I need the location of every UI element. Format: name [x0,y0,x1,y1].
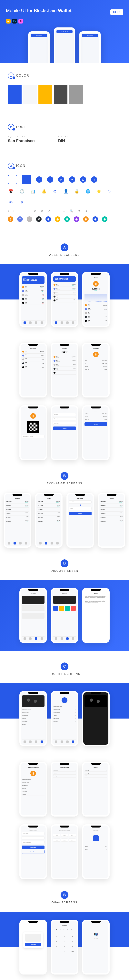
menu-item[interactable]: Address Book› [22,714,45,717]
asset-row[interactable]: XRP Ripple 0.45 +2.1% [53,294,76,299]
setting-item[interactable]: Currency› [84,772,107,775]
menu-item[interactable]: Wallet Management› [53,705,76,708]
swap-from-input[interactable]: From BTC [69,500,92,504]
asset-row[interactable]: EOS EOS 3.21 -1.2% [53,299,76,302]
asset-row[interactable]: XRP Ripple 0.45 [53,367,76,371]
keypad-key[interactable]: 5 [61,939,68,943]
keypad-key[interactable]: 8 [61,944,68,948]
pair-row[interactable]: LTC/USDT 56.78 -0.52% [6,508,29,512]
news-card-1[interactable] [22,605,45,611]
security-item[interactable]: Touch ID› [53,772,76,775]
pair-row[interactable]: ETH/USDT 234.12 +1.85% [37,504,60,508]
asset-row[interactable]: XRP Ripple 0.45 +2.1% [22,297,45,301]
asset-row[interactable]: LTC Litecoin 56.78 -0.5% [22,293,45,297]
keypad-key[interactable]: 9 [69,944,76,948]
pair-row[interactable]: EOS/USDT 3.214 -1.23% [100,515,123,519]
menu-item[interactable]: Settings› [53,714,76,717]
keypad-key[interactable]: 3 [69,934,76,939]
create-button[interactable]: Create Wallet [22,846,45,849]
pair-row[interactable]: BCH/USDT 312.45 +0.89% [6,519,29,523]
menu-item[interactable]: Security Center› [22,711,45,714]
asset-row[interactable]: XRP Ripple 0.45 [22,361,45,365]
security-item[interactable]: Password› [53,769,76,772]
pair-row[interactable]: BTC/USDT 8234.56 +3.24% [37,500,60,504]
pair-row[interactable]: BTC/USDT 8234.56 +3.24% [6,500,29,504]
news-banner[interactable] [22,596,45,604]
keypad-key[interactable]: 0 [61,949,68,953]
news-card-2[interactable] [22,613,45,619]
asset-row[interactable]: ETH Ethereum 234.12 +1.8% [22,289,45,293]
menu-item[interactable]: Wallet Management› [22,778,45,781]
setting-item[interactable]: Node› [84,775,107,778]
backspace-key[interactable]: ⌫ [69,949,76,953]
asset-row[interactable]: EOS EOS 3.21 [53,371,76,375]
pair-row[interactable]: XRP/USDT 0.4521 +2.10% [37,512,60,515]
pair-row[interactable]: EOS/USDT 3.214 -1.23% [6,515,29,519]
asset-row[interactable]: LTC Litecoin 56.78 -0.5% [53,291,76,294]
asset-row[interactable]: ETH Ethereum 234.12 [22,353,45,358]
import-button[interactable]: Import Wallet [22,850,45,854]
pair-row[interactable]: ETH/USDT 234.12 +1.85% [6,504,29,508]
asset-row[interactable]: ETH Ethereum 234.12 +1.8% [53,287,76,291]
menu-item[interactable]: Address Book› [22,784,45,787]
menu-item[interactable]: Wallet Management› [22,708,45,711]
get-started-button[interactable]: Create Wallet [25,943,41,946]
pair-row[interactable]: XRP/USDT 0.4521 +2.10% [100,512,123,515]
pair-row[interactable]: ETH/USDT 234.12 +1.85% [100,504,123,508]
send-amount-input[interactable]: Amount [53,417,76,420]
swap-to-input[interactable]: To ETH [69,507,92,510]
send-address-input[interactable]: Address [53,413,76,416]
keypad-key[interactable]: 7 [53,944,60,948]
menu-item[interactable]: Settings› [22,787,45,790]
dapp-item[interactable] [59,606,64,611]
menu-item[interactable]: Address Book› [53,711,76,714]
send-fee-input[interactable]: Miner Fee [53,422,76,425]
wallet-name-input[interactable]: Wallet Name [22,832,45,835]
pair-row[interactable]: BCH/USDT 312.45 +0.89% [37,519,60,523]
menu-item[interactable]: About Us› [22,723,45,726]
dapp-banner[interactable] [53,596,76,604]
asset-row[interactable]: BTC Bitcoin 8,234.56 [53,355,76,359]
send-confirm-button[interactable]: Confirm [53,426,76,430]
asset-row[interactable]: ETH Ethereum 234.12 [53,359,76,363]
asset-row[interactable]: LTC Litecoin 56.78 [53,363,76,367]
asset-row[interactable]: EOS EOS 3.21 [22,365,45,369]
menu-item[interactable]: Security Center› [53,708,76,711]
pair-row[interactable]: BCH/USDT 312.45 +0.89% [100,519,123,523]
asset-row[interactable]: BTC Bitcoin 8,234.56 +3.2% [22,285,45,289]
menu-item[interactable]: Help Center› [22,720,45,723]
dapp-item[interactable] [65,606,70,611]
asset-row[interactable]: XRP Ripple 0.45 [84,315,107,319]
swap-direction-icon[interactable]: ⇅ [69,504,92,506]
pair-row[interactable]: EOS/USDT 3.214 -1.23% [37,515,60,519]
password-input[interactable]: Password [22,836,45,840]
menu-item[interactable]: Help Center› [53,717,76,720]
keypad-key[interactable]: 2 [61,934,68,939]
dapp-item[interactable] [71,606,76,611]
asset-row[interactable]: EOS EOS 3.21 [84,319,107,323]
about-item[interactable]: Terms› [84,848,107,851]
keypad-key[interactable]: 6 [69,939,76,943]
asset-row[interactable]: LTC Litecoin 56.78 [84,311,107,315]
menu-item[interactable]: About Us› [53,720,76,723]
asset-row[interactable]: EOS EOS 3.21 -1.2% [22,301,45,305]
asset-row[interactable]: BTC Bitcoin 8,234.56 +3.2% [53,283,76,287]
about-item[interactable]: Version1.0.0 [84,845,107,848]
confirm-button[interactable]: Confirm [84,422,107,426]
pair-row[interactable]: LTC/USDT 56.78 -0.52% [100,508,123,512]
dapp-item[interactable] [53,606,58,611]
asset-row[interactable]: ETH Ethereum 234.12 [84,307,107,311]
asset-row[interactable]: BTC Bitcoin 8,234.56 [84,303,107,307]
pair-row[interactable]: BTC/USDT 8234.56 +3.24% [100,500,123,504]
asset-row[interactable]: LTC Litecoin 56.78 [22,358,45,361]
setting-item[interactable]: Language› [84,769,107,772]
confirm-password-input[interactable]: Confirm Password [22,841,45,844]
asset-row[interactable]: BTC Bitcoin 8,234.56 [22,350,45,353]
keypad-key[interactable]: 4 [53,939,60,943]
pair-row[interactable]: LTC/USDT 56.78 -0.52% [37,508,60,512]
menu-item[interactable]: Help Center› [22,790,45,793]
security-item[interactable]: Backup› [53,775,76,778]
pair-row[interactable]: XRP/USDT 0.4521 +2.10% [6,512,29,515]
menu-item[interactable]: Security Center› [22,781,45,784]
swap-button[interactable]: Confirm [69,512,92,515]
